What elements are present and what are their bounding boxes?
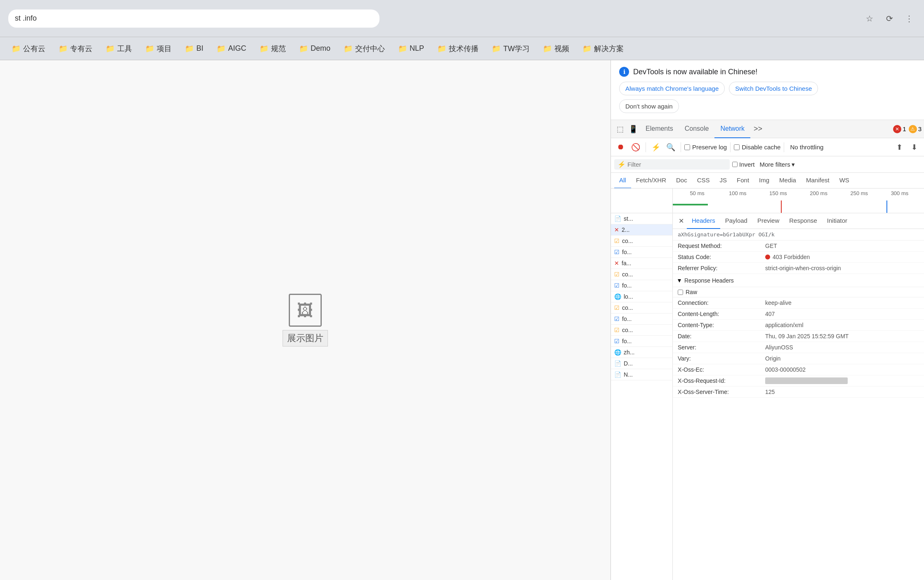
bookmark-item[interactable]: 📁 AIGC: [212, 42, 251, 56]
type-tab-manifest[interactable]: Manifest: [801, 173, 834, 189]
bookmark-item[interactable]: 📁 技术传播: [432, 41, 483, 56]
file-item[interactable]: ☑ fo...: [611, 314, 672, 325]
bookmark-item[interactable]: 📁 解决方案: [578, 41, 629, 56]
x-oss-server-time-row: X-Oss-Server-Time: 125: [673, 387, 924, 398]
export-button[interactable]: ⬇: [908, 141, 921, 154]
image-box: 🖼: [289, 294, 322, 327]
bookmark-item[interactable]: 📁 规范: [255, 41, 291, 56]
more-filters-button[interactable]: More filters ▾: [757, 160, 797, 170]
record-button[interactable]: ⏺: [614, 141, 627, 154]
type-tab-css[interactable]: CSS: [692, 173, 715, 189]
close-panel-button[interactable]: ✕: [675, 215, 687, 227]
timeline-row: 50 ms 100 ms 150 ms 200 ms 250 ms 300 ms: [611, 189, 924, 213]
file-item[interactable]: ☑ co...: [611, 302, 672, 314]
checkbox-icon: ☑: [614, 282, 620, 289]
referrer-policy-value: strict-origin-when-cross-origin: [765, 265, 841, 271]
file-item[interactable]: ☑ co...: [611, 236, 672, 247]
dont-show-again-button[interactable]: Don't show again: [619, 99, 679, 113]
type-tab-ws[interactable]: WS: [834, 173, 854, 189]
warn-badge: ⚠ 3: [909, 125, 922, 133]
file-item[interactable]: ☑ co...: [611, 269, 672, 280]
star-icon[interactable]: ☆: [863, 12, 876, 25]
address-bar[interactable]: st .info: [8, 9, 380, 28]
switch-language-button[interactable]: Switch DevTools to Chinese: [729, 82, 818, 95]
headers-tab-response[interactable]: Response: [784, 213, 822, 229]
file-item[interactable]: 🌐 lo...: [611, 291, 672, 302]
headers-tab-headers[interactable]: Headers: [687, 213, 720, 229]
headers-tab-payload[interactable]: Payload: [720, 213, 752, 229]
content-type-value: application/xml: [765, 322, 804, 328]
sync-icon[interactable]: ⟳: [883, 12, 896, 25]
main-area: 🖼 展示图片 ℹ DevTools is now available in Ch…: [0, 60, 924, 580]
error-badge: ✕ 1: [893, 125, 906, 133]
filter-row: ⚡ Invert More filters ▾: [611, 156, 924, 173]
bookmark-item[interactable]: 📁 BI: [180, 42, 208, 56]
date-key: Date:: [678, 333, 760, 340]
file-item[interactable]: ☑ co...: [611, 325, 672, 336]
clear-button[interactable]: 🚫: [629, 141, 642, 154]
headers-tab-initiator[interactable]: Initiator: [822, 213, 852, 229]
file-item[interactable]: ☑ fo...: [611, 280, 672, 291]
type-tab-fetch[interactable]: Fetch/XHR: [631, 173, 671, 189]
file-name: N...: [624, 371, 633, 378]
headers-tab-preview[interactable]: Preview: [752, 213, 784, 229]
bookmark-item[interactable]: 📁 公有云: [7, 41, 50, 56]
search-icon-btn[interactable]: 🔍: [664, 141, 677, 154]
tab-console[interactable]: Console: [679, 120, 715, 138]
error-count: 1: [903, 125, 906, 132]
bookmark-item[interactable]: 📁 交付中心: [339, 41, 390, 56]
file-item-selected[interactable]: ✕ 2...: [611, 224, 672, 236]
file-item[interactable]: 📄 N...: [611, 369, 672, 380]
bookmark-item[interactable]: 📁 TW学习: [487, 41, 535, 56]
import-button[interactable]: ⬆: [893, 141, 906, 154]
bookmark-item[interactable]: 📁 NLP: [393, 42, 429, 56]
menu-icon[interactable]: ⋮: [903, 12, 916, 25]
tab-console-label: Console: [685, 125, 709, 132]
bookmark-item[interactable]: 📁 Demo: [294, 42, 335, 56]
bookmark-item[interactable]: 📁 项目: [140, 41, 177, 56]
disable-cache-checkbox[interactable]: [734, 144, 740, 150]
bookmark-item[interactable]: 📁 专有云: [54, 41, 97, 56]
type-tab-js[interactable]: JS: [715, 173, 732, 189]
device-icon[interactable]: 📱: [627, 123, 640, 136]
bookmark-label: 解决方案: [594, 44, 624, 54]
server-row: Server: AliyunOSS: [673, 342, 924, 353]
timeline-labels: 50 ms 100 ms 150 ms 200 ms 250 ms 300 ms: [673, 190, 924, 196]
preserve-log-label[interactable]: Preserve log: [684, 144, 727, 151]
file-name: fo...: [622, 249, 632, 255]
tab-more-icon[interactable]: >>: [750, 125, 766, 133]
type-tab-all[interactable]: All: [614, 173, 631, 189]
filter-input-wrap: ⚡: [614, 159, 730, 170]
invert-label[interactable]: Invert: [732, 161, 755, 168]
folder-icon: 📁: [344, 44, 353, 53]
bookmark-item[interactable]: 📁 视频: [538, 41, 574, 56]
invert-checkbox[interactable]: [732, 162, 738, 167]
filter-icon-btn[interactable]: ⚡: [649, 141, 662, 154]
filter-input[interactable]: [627, 161, 726, 168]
response-headers-section[interactable]: ▾ Response Headers: [673, 274, 924, 287]
checkbox-icon: ☑: [614, 327, 620, 333]
checkbox-icon: ☑: [614, 304, 620, 311]
file-item[interactable]: 🌐 zh...: [611, 347, 672, 358]
checkbox-icon: ☑: [614, 338, 620, 344]
file-item[interactable]: 📄 st...: [611, 213, 672, 224]
x-oss-request-id-value: ████████████████████: [765, 377, 848, 384]
file-name: co...: [622, 327, 633, 333]
preserve-log-checkbox[interactable]: [684, 144, 690, 150]
file-item[interactable]: ☑ fo...: [611, 336, 672, 347]
raw-checkbox[interactable]: [678, 290, 683, 295]
match-language-button[interactable]: Always match Chrome's language: [619, 82, 725, 95]
disable-cache-label[interactable]: Disable cache: [734, 144, 780, 151]
tab-elements[interactable]: Elements: [640, 120, 679, 138]
tab-network[interactable]: Network: [714, 120, 750, 138]
type-filter-row: All Fetch/XHR Doc CSS JS Font Img Media …: [611, 173, 924, 189]
file-item[interactable]: ☑ fo...: [611, 247, 672, 258]
bookmark-item[interactable]: 📁 工具: [101, 41, 137, 56]
file-item[interactable]: ✕ fa...: [611, 258, 672, 269]
type-tab-media[interactable]: Media: [774, 173, 801, 189]
type-tab-doc[interactable]: Doc: [671, 173, 692, 189]
inspect-icon[interactable]: ⬚: [613, 123, 627, 136]
type-tab-font[interactable]: Font: [732, 173, 754, 189]
file-item[interactable]: 📄 D...: [611, 358, 672, 369]
type-tab-img[interactable]: Img: [754, 173, 774, 189]
